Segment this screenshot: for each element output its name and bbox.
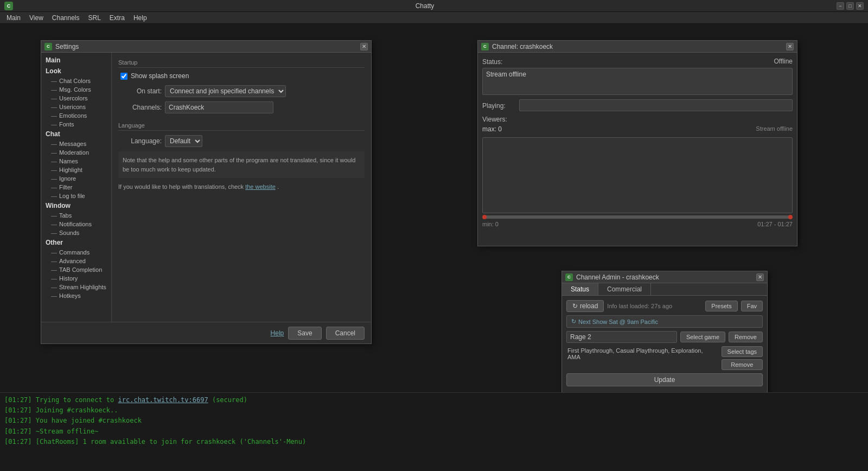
channels-label: Channels: (118, 104, 162, 111)
menu-bar: Main View Channels SRL Extra Help (0, 12, 868, 24)
show-splash-checkbox[interactable] (120, 73, 127, 80)
save-button[interactable]: Save (288, 327, 321, 340)
sidebar-usericons[interactable]: — Usericons (41, 103, 111, 111)
irc-link[interactable]: irc.chat.twitch.tv:6697 (118, 396, 208, 404)
reload-button[interactable]: ↻ reload (566, 300, 604, 312)
timeline-handle (482, 215, 487, 219)
stream-status-box: Stream offline (482, 68, 793, 95)
status-icon: ↻ (571, 318, 576, 325)
menu-channels[interactable]: Channels (48, 13, 84, 23)
channels-input[interactable] (165, 101, 273, 113)
maximize-btn[interactable]: □ (846, 2, 854, 10)
select-tags-button[interactable]: Select tags (722, 346, 763, 357)
channels-row: Channels: (118, 101, 365, 113)
close-app-btn[interactable]: ✕ (856, 2, 864, 10)
menu-srl[interactable]: SRL (84, 13, 105, 23)
sidebar-stream-highlights[interactable]: — Stream Highlights (41, 283, 111, 291)
viewers-field-label: Viewers: (482, 114, 507, 123)
select-game-button[interactable]: Select game (680, 332, 725, 342)
menu-main[interactable]: Main (2, 13, 25, 23)
title-bar-controls: − □ ✕ (837, 2, 864, 10)
translation-link[interactable]: the website (245, 183, 276, 190)
sidebar-log-to-file[interactable]: — Log to file (41, 192, 111, 200)
admin-content: ↻ reload Info last loaded: 27s ago Prese… (562, 296, 767, 393)
sidebar-chat-colors[interactable]: — Chat Colors (41, 77, 111, 85)
log-line-2: [01:27] Joining #crashkoeck.. (4, 405, 864, 416)
timeline-min: min: 0 (482, 221, 499, 227)
sidebar-highlight[interactable]: — Highlight (41, 166, 111, 174)
sidebar-history[interactable]: — History (41, 274, 111, 283)
on-start-select[interactable]: Connect and join specified channels (165, 85, 286, 97)
on-start-row: On start: Connect and join specified cha… (118, 85, 365, 97)
minimize-btn[interactable]: − (837, 2, 844, 10)
menu-help[interactable]: Help (129, 13, 151, 23)
sidebar-tab-completion[interactable]: — TAB Completion (41, 265, 111, 274)
on-start-label: On start: (118, 87, 162, 95)
sidebar-ignore[interactable]: — Ignore (41, 174, 111, 183)
admin-title: Channel Admin - crashkoeck (576, 273, 659, 281)
tab-commercial[interactable]: Commercial (598, 283, 651, 295)
admin-close-btn-title[interactable]: ✕ (756, 273, 764, 281)
log-area: [01:27] Trying to connect to irc.chat.tw… (0, 392, 868, 471)
sidebar-look[interactable]: Look (41, 66, 111, 77)
sidebar-filter[interactable]: — Filter (41, 183, 111, 192)
settings-help-link[interactable]: Help (271, 329, 284, 337)
game-input[interactable] (566, 331, 677, 343)
sidebar-sounds[interactable]: — Sounds (41, 228, 111, 237)
sidebar-msg-colors[interactable]: — Msg. Colors (41, 85, 111, 94)
sidebar-commands[interactable]: — Commands (41, 248, 111, 257)
sidebar-moderation[interactable]: — Moderation (41, 148, 111, 157)
show-splash-row: Show splash screen (120, 72, 365, 80)
timeline: min: 0 01:27 - 01:27 (482, 137, 793, 170)
sidebar-other[interactable]: Other (41, 237, 111, 248)
language-select[interactable]: Default (165, 135, 202, 147)
settings-sidebar: Main Look — Chat Colors — Msg. Colors — … (41, 53, 112, 322)
stream-offline-viewers: Stream offline (756, 125, 793, 133)
sidebar-messages[interactable]: — Messages (41, 139, 111, 148)
sidebar-fonts[interactable]: — Fonts (41, 120, 111, 129)
remove-tags-button[interactable]: Remove (722, 359, 763, 370)
presets-button[interactable]: Presets (705, 301, 737, 311)
startup-section-label: Startup (118, 59, 365, 68)
sidebar-hotkeys[interactable]: — Hotkeys (41, 291, 111, 300)
sidebar-notifications[interactable]: — Notifications (41, 220, 111, 228)
update-button[interactable]: Update (566, 373, 763, 386)
reload-row: ↻ reload Info last loaded: 27s ago Prese… (566, 300, 763, 312)
cancel-button[interactable]: Cancel (326, 327, 365, 340)
channel-window: C Channel: crashkoeck ✕ Status: Offline … (477, 40, 797, 246)
sidebar-main[interactable]: Main (41, 55, 111, 66)
sidebar-chat-label[interactable]: Chat (41, 129, 111, 139)
settings-window: C Settings ✕ Main Look — Chat Colors — M… (41, 40, 372, 344)
admin-titlebar: C Channel Admin - crashkoeck ✕ (562, 271, 767, 283)
channel-close-btn[interactable]: ✕ (786, 43, 794, 50)
status-display-text: Next Show Sat @ 9am Pacific (578, 319, 658, 325)
sidebar-tabs[interactable]: — Tabs (41, 211, 111, 220)
sidebar-advanced[interactable]: — Advanced (41, 257, 111, 265)
log-line-4: [01:27] ~Stream offline~ (4, 427, 864, 437)
remove-game-button[interactable]: Remove (729, 332, 763, 342)
offline-badge: Offline (774, 58, 793, 65)
viewers-row: max: 0 Stream offline (482, 125, 793, 133)
settings-footer: Help Save Cancel (41, 322, 371, 343)
show-splash-label: Show splash screen (131, 72, 189, 80)
fav-button[interactable]: Fav (741, 301, 763, 311)
sidebar-names[interactable]: — Names (41, 157, 111, 166)
sidebar-emoticons[interactable]: — Emoticons (41, 111, 111, 120)
timeline-bar[interactable] (482, 215, 793, 219)
channel-title: Channel: crashkoeck (492, 43, 553, 50)
sidebar-window[interactable]: Window (41, 200, 111, 211)
status-display-box: ↻ Next Show Sat @ 9am Pacific (566, 315, 763, 328)
info-last-loaded: Info last loaded: 27s ago (607, 303, 702, 309)
menu-view[interactable]: View (25, 13, 48, 23)
app-title: Chatty (13, 2, 837, 10)
app-icon: C (4, 2, 13, 10)
timeline-labels: min: 0 01:27 - 01:27 (482, 221, 793, 227)
tags-text: First Playthrough, Casual Playthrough, E… (566, 346, 718, 361)
settings-close-btn[interactable]: ✕ (360, 43, 368, 50)
log-line-1: [01:27] Trying to connect to irc.chat.tw… (4, 395, 864, 405)
menu-extra[interactable]: Extra (105, 13, 129, 23)
tab-status[interactable]: Status (562, 283, 598, 295)
game-row: Select game Remove (566, 331, 763, 343)
sidebar-usercolors[interactable]: — Usercolors (41, 94, 111, 103)
log-line-5: [01:27] [ChatRooms] 1 room available to … (4, 437, 864, 447)
